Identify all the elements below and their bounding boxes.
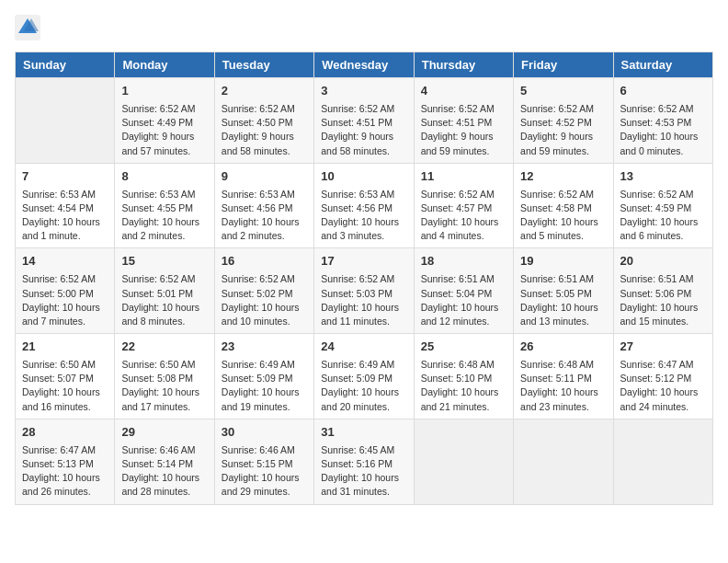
calendar-cell: 26Sunrise: 6:48 AMSunset: 5:11 PMDayligh… xyxy=(514,334,613,419)
day-number: 8 xyxy=(121,168,207,186)
calendar-cell: 14Sunrise: 6:52 AMSunset: 5:00 PMDayligh… xyxy=(16,248,115,334)
cell-content: Sunrise: 6:49 AMSunset: 5:09 PMDaylight:… xyxy=(321,358,406,414)
logo xyxy=(15,15,42,40)
day-number: 28 xyxy=(22,424,108,442)
day-number: 24 xyxy=(321,339,406,356)
cell-content: Sunrise: 6:52 AMSunset: 4:58 PMDaylight:… xyxy=(520,188,606,244)
day-number: 25 xyxy=(421,339,506,356)
calendar-cell: 30Sunrise: 6:46 AMSunset: 5:15 PMDayligh… xyxy=(214,419,313,504)
header-day-saturday: Saturday xyxy=(613,52,712,78)
calendar-cell: 7Sunrise: 6:53 AMSunset: 4:54 PMDaylight… xyxy=(16,163,115,248)
day-number: 31 xyxy=(321,424,406,442)
cell-content: Sunrise: 6:50 AMSunset: 5:07 PMDaylight:… xyxy=(22,358,108,414)
calendar-body: 1Sunrise: 6:52 AMSunset: 4:49 PMDaylight… xyxy=(16,78,713,505)
calendar-cell: 9Sunrise: 6:53 AMSunset: 4:56 PMDaylight… xyxy=(214,163,313,248)
cell-content: Sunrise: 6:53 AMSunset: 4:54 PMDaylight:… xyxy=(22,188,108,244)
calendar-cell: 15Sunrise: 6:52 AMSunset: 5:01 PMDayligh… xyxy=(115,248,214,334)
week-row-3: 14Sunrise: 6:52 AMSunset: 5:00 PMDayligh… xyxy=(16,248,713,334)
cell-content: Sunrise: 6:52 AMSunset: 4:52 PMDaylight:… xyxy=(520,102,606,158)
calendar-cell: 22Sunrise: 6:50 AMSunset: 5:08 PMDayligh… xyxy=(115,334,214,419)
cell-content: Sunrise: 6:52 AMSunset: 5:01 PMDaylight:… xyxy=(121,272,207,328)
day-number: 22 xyxy=(121,339,207,356)
cell-content: Sunrise: 6:48 AMSunset: 5:11 PMDaylight:… xyxy=(520,358,606,414)
header-day-monday: Monday xyxy=(115,52,214,78)
header-day-thursday: Thursday xyxy=(414,52,513,78)
calendar-cell xyxy=(514,419,613,504)
calendar-cell: 4Sunrise: 6:52 AMSunset: 4:51 PMDaylight… xyxy=(414,78,513,164)
header-day-sunday: Sunday xyxy=(16,52,115,78)
day-number: 19 xyxy=(520,253,606,270)
day-number: 12 xyxy=(520,168,606,186)
page-header xyxy=(15,15,713,40)
cell-content: Sunrise: 6:52 AMSunset: 4:49 PMDaylight:… xyxy=(121,102,207,158)
cell-content: Sunrise: 6:47 AMSunset: 5:13 PMDaylight:… xyxy=(22,443,108,500)
day-number: 7 xyxy=(22,168,108,186)
day-number: 2 xyxy=(222,83,307,100)
calendar-table: SundayMondayTuesdayWednesdayThursdayFrid… xyxy=(15,52,713,505)
day-number: 26 xyxy=(520,339,606,356)
calendar-cell xyxy=(414,419,513,504)
cell-content: Sunrise: 6:51 AMSunset: 5:05 PMDaylight:… xyxy=(520,272,606,328)
cell-content: Sunrise: 6:52 AMSunset: 4:57 PMDaylight:… xyxy=(421,188,506,244)
calendar-cell: 16Sunrise: 6:52 AMSunset: 5:02 PMDayligh… xyxy=(214,248,313,334)
week-row-4: 21Sunrise: 6:50 AMSunset: 5:07 PMDayligh… xyxy=(16,334,713,419)
cell-content: Sunrise: 6:52 AMSunset: 4:53 PMDaylight:… xyxy=(620,102,706,158)
day-number: 3 xyxy=(321,83,406,100)
header-day-wednesday: Wednesday xyxy=(314,52,414,78)
calendar-cell: 27Sunrise: 6:47 AMSunset: 5:12 PMDayligh… xyxy=(613,334,712,419)
cell-content: Sunrise: 6:46 AMSunset: 5:14 PMDaylight:… xyxy=(121,443,207,500)
calendar-cell: 12Sunrise: 6:52 AMSunset: 4:58 PMDayligh… xyxy=(514,163,613,248)
week-row-5: 28Sunrise: 6:47 AMSunset: 5:13 PMDayligh… xyxy=(16,419,713,504)
day-number: 5 xyxy=(520,83,606,100)
calendar-cell: 29Sunrise: 6:46 AMSunset: 5:14 PMDayligh… xyxy=(115,419,214,504)
header-day-tuesday: Tuesday xyxy=(214,52,313,78)
day-number: 9 xyxy=(222,168,307,186)
calendar-cell: 10Sunrise: 6:53 AMSunset: 4:56 PMDayligh… xyxy=(314,163,414,248)
cell-content: Sunrise: 6:52 AMSunset: 5:03 PMDaylight:… xyxy=(321,272,406,328)
calendar-cell: 21Sunrise: 6:50 AMSunset: 5:07 PMDayligh… xyxy=(16,334,115,419)
cell-content: Sunrise: 6:52 AMSunset: 4:50 PMDaylight:… xyxy=(222,102,307,158)
day-number: 16 xyxy=(222,253,307,270)
day-number: 14 xyxy=(22,253,108,270)
cell-content: Sunrise: 6:49 AMSunset: 5:09 PMDaylight:… xyxy=(222,358,307,414)
day-number: 1 xyxy=(121,83,207,100)
cell-content: Sunrise: 6:45 AMSunset: 5:16 PMDaylight:… xyxy=(321,443,406,500)
cell-content: Sunrise: 6:51 AMSunset: 5:06 PMDaylight:… xyxy=(620,272,706,328)
cell-content: Sunrise: 6:47 AMSunset: 5:12 PMDaylight:… xyxy=(620,358,706,414)
week-row-2: 7Sunrise: 6:53 AMSunset: 4:54 PMDaylight… xyxy=(16,163,713,248)
cell-content: Sunrise: 6:51 AMSunset: 5:04 PMDaylight:… xyxy=(421,272,506,328)
calendar-cell: 2Sunrise: 6:52 AMSunset: 4:50 PMDaylight… xyxy=(214,78,313,164)
day-number: 13 xyxy=(620,168,706,186)
day-number: 29 xyxy=(121,424,207,442)
cell-content: Sunrise: 6:53 AMSunset: 4:56 PMDaylight:… xyxy=(222,188,307,244)
cell-content: Sunrise: 6:48 AMSunset: 5:10 PMDaylight:… xyxy=(421,358,506,414)
cell-content: Sunrise: 6:52 AMSunset: 5:00 PMDaylight:… xyxy=(22,272,108,328)
cell-content: Sunrise: 6:46 AMSunset: 5:15 PMDaylight:… xyxy=(222,443,307,500)
calendar-cell: 20Sunrise: 6:51 AMSunset: 5:06 PMDayligh… xyxy=(613,248,712,334)
cell-content: Sunrise: 6:52 AMSunset: 5:02 PMDaylight:… xyxy=(222,272,307,328)
calendar-cell xyxy=(16,78,115,164)
day-number: 4 xyxy=(421,83,506,100)
week-row-1: 1Sunrise: 6:52 AMSunset: 4:49 PMDaylight… xyxy=(16,78,713,164)
logo-icon xyxy=(15,15,40,40)
calendar-cell: 17Sunrise: 6:52 AMSunset: 5:03 PMDayligh… xyxy=(314,248,414,334)
day-number: 10 xyxy=(321,168,406,186)
calendar-cell: 19Sunrise: 6:51 AMSunset: 5:05 PMDayligh… xyxy=(514,248,613,334)
calendar-cell: 23Sunrise: 6:49 AMSunset: 5:09 PMDayligh… xyxy=(214,334,313,419)
cell-content: Sunrise: 6:52 AMSunset: 4:51 PMDaylight:… xyxy=(321,102,406,158)
day-number: 6 xyxy=(620,83,706,100)
calendar-cell: 31Sunrise: 6:45 AMSunset: 5:16 PMDayligh… xyxy=(314,419,414,504)
calendar-cell: 18Sunrise: 6:51 AMSunset: 5:04 PMDayligh… xyxy=(414,248,513,334)
calendar-cell: 1Sunrise: 6:52 AMSunset: 4:49 PMDaylight… xyxy=(115,78,214,164)
day-number: 20 xyxy=(620,253,706,270)
calendar-cell: 24Sunrise: 6:49 AMSunset: 5:09 PMDayligh… xyxy=(314,334,414,419)
day-number: 21 xyxy=(22,339,108,356)
calendar-cell: 25Sunrise: 6:48 AMSunset: 5:10 PMDayligh… xyxy=(414,334,513,419)
day-number: 18 xyxy=(421,253,506,270)
header-day-friday: Friday xyxy=(514,52,613,78)
day-number: 27 xyxy=(620,339,706,356)
cell-content: Sunrise: 6:50 AMSunset: 5:08 PMDaylight:… xyxy=(121,358,207,414)
cell-content: Sunrise: 6:52 AMSunset: 4:59 PMDaylight:… xyxy=(620,188,706,244)
calendar-cell: 11Sunrise: 6:52 AMSunset: 4:57 PMDayligh… xyxy=(414,163,513,248)
cell-content: Sunrise: 6:52 AMSunset: 4:51 PMDaylight:… xyxy=(421,102,506,158)
